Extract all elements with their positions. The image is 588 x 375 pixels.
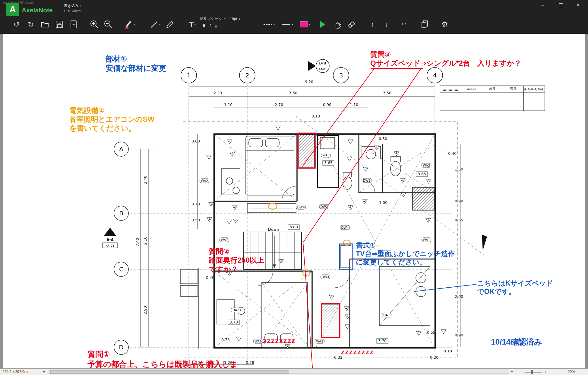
- pen-icon: [165, 20, 174, 29]
- page-copy-button[interactable]: [420, 19, 430, 30]
- line-icon: [150, 20, 159, 29]
- redo-button[interactable]: ↻: [26, 19, 36, 30]
- annotation-confirmed[interactable]: 10/14確認済み: [491, 337, 542, 347]
- italic-button[interactable]: I: [209, 23, 210, 28]
- chevron-down-icon: ▾: [292, 23, 293, 26]
- line-style-select[interactable]: ▾: [279, 19, 295, 30]
- zoom-out-button[interactable]: [103, 19, 113, 30]
- chevron-down-icon: ▾: [194, 23, 196, 26]
- floppy-icon: [55, 20, 64, 29]
- title-block-pattern: [443, 87, 458, 91]
- color-swatch: [300, 21, 308, 27]
- solid-line-icon: [281, 20, 291, 29]
- chevron-down-icon: ▾: [308, 23, 310, 26]
- annotation-denki[interactable]: 電気設備①各室照明とエアコンのSWを書いてください。: [69, 106, 154, 133]
- zoom-in-button[interactable]: [89, 19, 100, 30]
- annotation-kbed[interactable]: こちらはKサイズベッドでOKです。: [477, 279, 553, 296]
- minimize-button[interactable]: –: [537, 1, 548, 9]
- zoom-out-button-status[interactable]: −: [519, 369, 521, 374]
- page-size-label: 420.2 x 297.0mm: [2, 370, 30, 374]
- pdf-file-icon: pdf: [69, 20, 78, 29]
- title-block-header: ああああああ: [524, 86, 545, 92]
- chevron-down-icon: ▾: [273, 23, 275, 26]
- title-block-header: 課長: [503, 86, 523, 92]
- export-pdf-button[interactable]: pdf: [68, 19, 79, 30]
- font-controls: MS ゴシック ▾ 18pt ▾ B I U: [200, 16, 240, 28]
- drawing-title-block: aaaaa 部長 課長 ああああああ: [440, 86, 545, 111]
- settings-button[interactable]: ⚙: [440, 19, 450, 30]
- horizontal-scrollbar[interactable]: [48, 370, 509, 374]
- annotation-buzai[interactable]: 部材①安価な部材に変更: [106, 54, 166, 73]
- eraser-tool-button[interactable]: [346, 19, 356, 30]
- close-button[interactable]: ×: [572, 1, 583, 9]
- color-picker-button[interactable]: ▾: [297, 19, 312, 30]
- page-indicator: 1 / 1: [397, 22, 413, 26]
- hand-icon: [333, 20, 342, 29]
- text-tool-button[interactable]: T ▾: [185, 19, 200, 30]
- folder-icon: [41, 20, 49, 29]
- app-name: AxelaNote: [22, 7, 53, 14]
- maximize-icon: [559, 3, 563, 7]
- line-tool-button[interactable]: ▾: [147, 19, 163, 30]
- write-target-label: 書き込み：: [64, 3, 82, 8]
- font-size-select[interactable]: 18pt: [230, 17, 237, 21]
- font-family-select[interactable]: MS ゴシック: [200, 16, 222, 21]
- undo-button[interactable]: ↺: [11, 19, 22, 30]
- zoom-slider[interactable]: [525, 372, 542, 373]
- scrollbar-thumb[interactable]: [50, 370, 289, 374]
- play-icon: [320, 21, 325, 28]
- highlighter-icon: [124, 20, 133, 29]
- play-button[interactable]: [318, 19, 328, 30]
- annotation-q3[interactable]: 質問③Qサイズベッド⇒シングル*2台 入りますか？: [370, 50, 521, 68]
- scroll-right-arrow[interactable]: ▶: [511, 370, 513, 373]
- hand-tool-button[interactable]: [332, 19, 342, 30]
- chevron-down-icon: ▾: [159, 23, 161, 26]
- underline-button[interactable]: U: [215, 23, 217, 28]
- zoom-out-icon: [104, 20, 113, 29]
- eraser-icon: [347, 20, 356, 29]
- dash-style-select[interactable]: ▾: [261, 19, 277, 30]
- annotation-shoshiki[interactable]: 書式①TV台⇒壁面ふかしでニッチ造作に変更してください。: [356, 241, 455, 266]
- scroll-left-arrow[interactable]: ◀: [43, 370, 45, 373]
- bold-button[interactable]: B: [203, 23, 205, 28]
- pen-tool-button[interactable]: [165, 19, 175, 30]
- dashed-line-icon: [263, 20, 273, 29]
- open-file-button[interactable]: [40, 19, 50, 30]
- svg-text:pdf: pdf: [72, 23, 76, 26]
- pdf-page-canvas[interactable]: [3, 34, 585, 369]
- zoom-in-icon: [90, 20, 99, 29]
- write-target-value: PDF Users\: [64, 9, 81, 13]
- app-logo: A: [6, 3, 19, 16]
- annotation-q1[interactable]: 質問①予算の都合上、こちらは既製品を購入しま: [87, 349, 238, 369]
- page-up-button[interactable]: ↑: [367, 19, 378, 30]
- save-button[interactable]: [54, 19, 65, 30]
- annotation-q2[interactable]: 質問②踏面奥行250以上ですか？: [209, 247, 264, 273]
- zoom-percentage: 90%: [567, 370, 575, 374]
- zoom-slider-thumb[interactable]: [531, 370, 533, 374]
- text-tool-icon: T: [189, 20, 194, 28]
- title-block-header: 部長: [482, 86, 503, 92]
- title-block-header: aaaaa: [461, 86, 482, 92]
- status-bar: 420.2 x 297.0mm ◀ ▶ − + 90%: [0, 368, 588, 375]
- page-down-button[interactable]: ↓: [381, 19, 392, 30]
- chevron-down-icon: ▾: [224, 17, 226, 20]
- copy-page-icon: [420, 20, 429, 29]
- app-header: AxelaNote PDF Viewer A AxelaNote 書き込み： P…: [0, 0, 588, 34]
- highlighter-tool-button[interactable]: ▾: [122, 19, 137, 30]
- chevron-down-icon: ▾: [239, 17, 240, 20]
- chevron-down-icon: ▾: [134, 23, 135, 26]
- zoom-in-button-status[interactable]: +: [544, 369, 546, 374]
- maximize-button[interactable]: [555, 1, 566, 9]
